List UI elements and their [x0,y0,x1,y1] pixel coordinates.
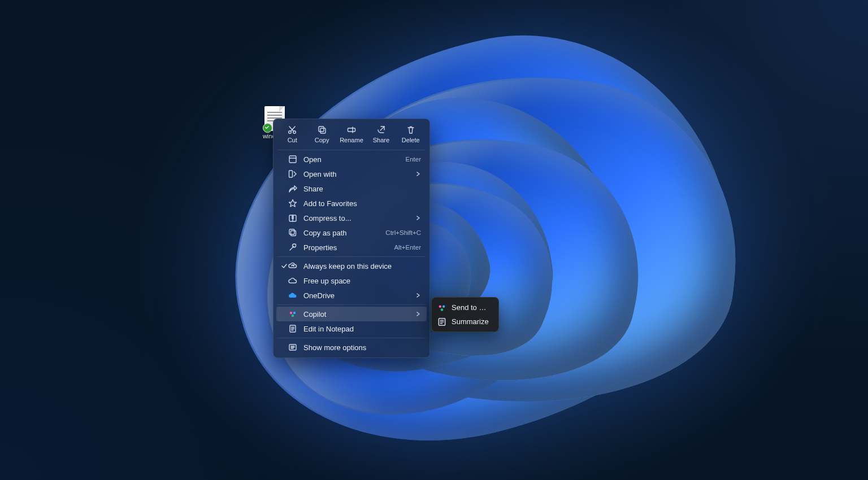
cut-button[interactable]: Cut [277,124,307,145]
separator [277,304,426,305]
menu-copilot-label: Copilot [303,310,415,318]
sync-check-icon [263,123,272,133]
menu-notepad-label: Edit in Notepad [303,325,421,333]
menu-keep-device[interactable]: Always keep on this device [276,259,427,273]
menu-open-with-label: Open with [303,170,415,178]
submenu-send-to-copilot[interactable]: Send to Copilot [435,300,496,315]
open-with-icon [288,169,298,179]
menu-properties-label: Properties [303,243,388,252]
copy-label: Copy [315,137,329,143]
delete-icon [406,125,416,135]
wrench-icon [288,242,298,252]
chevron-right-icon [415,170,421,178]
menu-open-with[interactable]: Open with [276,167,427,181]
svg-point-11 [293,312,296,314]
menu-open[interactable]: Open Enter [276,152,427,167]
delete-label: Delete [402,137,420,143]
menu-open-hint: Enter [406,156,422,163]
share-button[interactable]: Share [366,124,396,145]
summarize-icon [437,317,447,326]
submenu-summarize-label: Summarize [452,317,491,326]
svg-rect-3 [319,126,324,132]
copilot-icon [437,303,447,312]
menu-keep-device-label: Always keep on this device [303,262,421,270]
menu-copilot[interactable]: Copilot [276,307,427,321]
copilot-icon [288,309,298,319]
svg-point-16 [442,305,445,308]
separator [277,338,426,338]
menu-free-space-label: Free up space [303,277,421,285]
svg-rect-4 [348,128,355,132]
rename-icon [346,125,357,135]
menu-more-label: Show more options [303,343,421,352]
svg-rect-6 [289,171,293,177]
notepad-icon [288,324,298,334]
share-label: Share [373,137,389,143]
star-icon [288,198,298,208]
cloud-sync-icon [288,261,298,271]
svg-point-10 [290,312,292,314]
menu-more-options[interactable]: Show more options [276,340,427,355]
menu-favorites-label: Add to Favorites [303,199,421,208]
action-bar: Cut Copy Rename Share Delete [276,122,427,148]
menu-properties-hint: Alt+Enter [394,244,421,251]
menu-onedrive-label: OneDrive [303,291,415,300]
svg-rect-5 [289,156,296,163]
open-icon [288,154,298,164]
chevron-right-icon [415,310,421,318]
svg-rect-2 [320,128,326,133]
svg-rect-8 [291,231,296,236]
menu-notepad[interactable]: Edit in Notepad [276,321,427,336]
menu-copy-path-label: Copy as path [303,229,380,237]
rename-label: Rename [340,137,363,143]
copilot-submenu: Send to Copilot Summarize [431,297,499,332]
compress-icon [288,213,298,223]
copy-button[interactable]: Copy [307,124,337,145]
desktop-wallpaper [0,0,868,480]
chevron-right-icon [415,214,421,222]
menu-copy-path[interactable]: Copy as path Ctrl+Shift+C [276,225,427,240]
menu-compress-label: Compress to... [303,214,415,222]
svg-point-12 [292,315,294,317]
menu-free-space[interactable]: Free up space [276,273,427,288]
more-icon [288,342,298,352]
menu-share[interactable]: Share [276,181,427,196]
menu-open-label: Open [303,155,400,164]
submenu-summarize[interactable]: Summarize [435,315,496,329]
menu-favorites[interactable]: Add to Favorites [276,196,427,211]
copy-path-icon [288,228,298,238]
rename-button[interactable]: Rename [337,124,366,145]
svg-point-15 [439,305,442,308]
cut-label: Cut [288,137,297,143]
menu-compress[interactable]: Compress to... [276,211,427,225]
chevron-right-icon [415,291,421,300]
context-menu: Cut Copy Rename Share Delete Open Enter … [273,119,430,358]
menu-copy-path-hint: Ctrl+Shift+C [385,229,421,236]
cloud-icon [288,276,298,286]
wallpaper-bloom [133,0,822,480]
separator [277,256,426,257]
menu-share-label: Share [303,185,421,193]
copy-icon [317,125,327,135]
menu-onedrive[interactable]: OneDrive [276,288,427,303]
delete-button[interactable]: Delete [396,124,426,145]
svg-point-17 [441,308,444,311]
separator [277,150,426,150]
onedrive-icon [288,290,298,300]
share-arrow-icon [288,184,298,194]
cut-icon [287,125,297,135]
svg-rect-9 [289,229,294,234]
share-icon [376,125,386,135]
menu-properties[interactable]: Properties Alt+Enter [276,240,427,255]
submenu-send-label: Send to Copilot [452,303,491,312]
